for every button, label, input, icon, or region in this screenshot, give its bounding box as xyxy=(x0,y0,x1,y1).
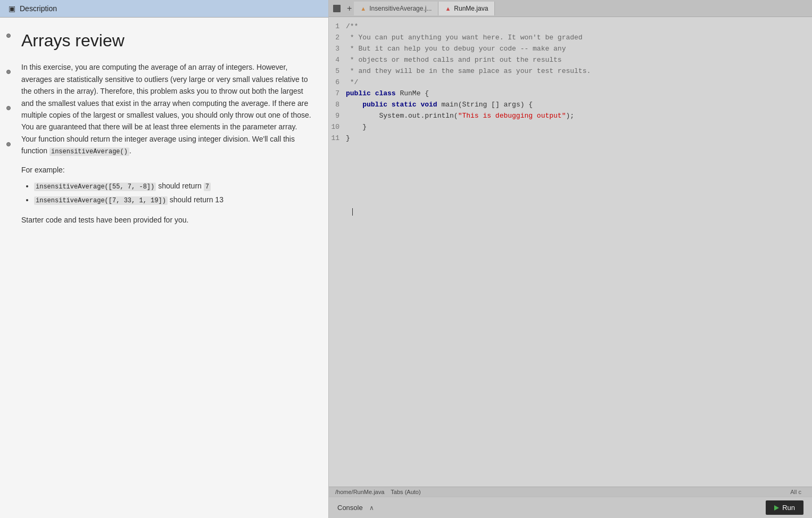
line-num-1: 1 xyxy=(329,21,346,32)
line-content-6: */ xyxy=(346,77,812,88)
line-content-9: System.out.println("This is debugging ou… xyxy=(346,111,812,122)
code-line-5: 5 * and they will be in the same place a… xyxy=(329,66,812,77)
sidebar-dot-2 xyxy=(6,70,11,74)
line-content-8: public static void main(String [] args) … xyxy=(346,100,812,111)
line-content-1: /** xyxy=(346,21,812,32)
bottom-bar: Console ∧ Run xyxy=(329,497,812,518)
text-cursor xyxy=(352,208,353,216)
code-line-7: 7 public class RunMe { xyxy=(329,88,812,100)
left-panel: ▣ Description Arrays review In this exer… xyxy=(0,0,329,518)
tab-label-1: InsensitiveAverage.j... xyxy=(369,5,432,12)
page-title: Arrays review xyxy=(21,30,313,51)
line-num-4: 4 xyxy=(329,55,346,66)
tab-file-icon-2: ▲ xyxy=(445,5,451,12)
example-2: insensitiveAverage([7, 33, 1, 19]) shoul… xyxy=(34,193,313,207)
example-1: insensitiveAverage([55, 7, -8]) should r… xyxy=(34,179,313,193)
main-container: ▣ Description Arrays review In this exer… xyxy=(0,0,812,518)
line-num-6: 6 xyxy=(329,77,346,88)
sidebar-dots xyxy=(6,18,11,146)
code-line-6: 6 */ xyxy=(329,77,812,88)
sidebar-dot-3 xyxy=(6,106,11,110)
line-content-10: } xyxy=(346,122,812,133)
all-label: All c xyxy=(790,489,801,495)
line-content-4: * objects or method calls and print out … xyxy=(346,55,812,66)
example-2-code: insensitiveAverage([7, 33, 1, 19]) xyxy=(34,196,168,205)
description-header-title: Description xyxy=(20,4,57,13)
console-label: Console xyxy=(337,504,363,512)
examples-list: insensitiveAverage([55, 7, -8]) should r… xyxy=(21,179,313,207)
line-num-10: 10 xyxy=(329,122,346,133)
description-text: In this exercise, you are computing the … xyxy=(21,61,313,157)
for-example-label: For example: xyxy=(21,166,313,174)
example-1-code: insensitiveAverage([55, 7, -8]) xyxy=(34,183,156,191)
new-tab-button[interactable]: + xyxy=(345,4,354,13)
run-label: Run xyxy=(782,504,795,512)
line-content-3: * But it can help you to debug your code… xyxy=(346,44,812,55)
left-content: Arrays review In this exercise, you are … xyxy=(0,18,328,518)
line-num-3: 3 xyxy=(329,44,346,55)
tab-label-2: RunMe.java xyxy=(454,5,488,12)
tab-icon-group xyxy=(329,3,345,14)
line-num-9: 9 xyxy=(329,111,346,122)
tabs-bar: + ▲ InsensitiveAverage.j... ▲ RunMe.java xyxy=(329,0,812,17)
code-line-9: 9 System.out.println("This is debugging … xyxy=(329,111,812,122)
line-num-5: 5 xyxy=(329,66,346,77)
example-1-value: 7 xyxy=(204,183,211,191)
code-line-1: 1 /** xyxy=(329,21,812,32)
code-view[interactable]: 1 /** 2 * You can put anything you want … xyxy=(329,19,812,484)
tab-insensitiveaverage[interactable]: ▲ InsensitiveAverage.j... xyxy=(354,2,438,15)
tab-square-icon xyxy=(333,5,341,12)
line-num-8: 8 xyxy=(329,100,346,111)
status-bar: /home/RunMe.java Tabs (Auto) All c xyxy=(329,487,812,497)
example-1-text: should return xyxy=(158,182,204,190)
run-triangle-icon xyxy=(774,505,779,511)
code-line-2: 2 * You can put anything you want here. … xyxy=(329,32,812,44)
tab-runme[interactable]: ▲ RunMe.java xyxy=(438,2,495,15)
line-num-11: 11 xyxy=(329,133,346,144)
description-icon: ▣ xyxy=(9,4,15,13)
tab-file-icon-1: ▲ xyxy=(360,5,366,12)
file-path: /home/RunMe.java Tabs (Auto) xyxy=(335,489,421,495)
cursor-area[interactable] xyxy=(329,208,812,219)
code-line-8: 8 public static void main(String [] args… xyxy=(329,100,812,111)
example-2-text: should return 13 xyxy=(170,195,223,204)
line-num-7: 7 xyxy=(329,88,346,100)
editor-area[interactable]: 1 /** 2 * You can put anything you want … xyxy=(329,17,812,487)
function-name-inline: insensitiveAverage() xyxy=(49,147,129,156)
sidebar-dot-1 xyxy=(6,34,11,38)
right-panel: + ▲ InsensitiveAverage.j... ▲ RunMe.java… xyxy=(329,0,812,518)
line-num-2: 2 xyxy=(329,32,346,44)
sidebar-dot-4 xyxy=(6,142,11,146)
code-line-4: 4 * objects or method calls and print ou… xyxy=(329,55,812,66)
console-chevron-icon[interactable]: ∧ xyxy=(369,504,374,512)
code-line-3: 3 * But it can help you to debug your co… xyxy=(329,44,812,55)
description-header: ▣ Description xyxy=(0,0,328,18)
code-line-11: 11 } xyxy=(329,133,812,144)
line-content-11: } xyxy=(346,133,812,144)
run-button[interactable]: Run xyxy=(766,500,803,515)
line-content-2: * You can put anything you want here. It… xyxy=(346,32,812,44)
starter-text: Starter code and tests have been provide… xyxy=(21,216,313,224)
code-line-10: 10 } xyxy=(329,122,812,133)
line-content-5: * and they will be in the same place as … xyxy=(346,66,812,77)
line-content-7: public class RunMe { xyxy=(346,88,812,100)
